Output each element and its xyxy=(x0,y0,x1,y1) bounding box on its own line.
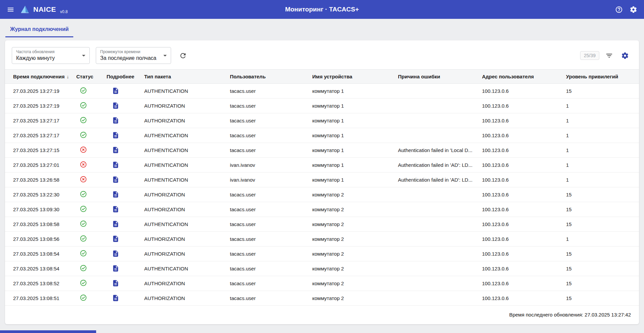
cell-address: 100.123.0.6 xyxy=(478,113,562,128)
cell-details xyxy=(103,143,140,158)
cell-time: 27.03.2025 13:08:56 xyxy=(5,232,72,247)
cell-address: 100.123.0.6 xyxy=(478,143,562,158)
details-button[interactable] xyxy=(111,190,120,199)
cell-packet-type: AUTHENTICATION xyxy=(140,173,226,187)
cell-details xyxy=(103,84,140,99)
document-icon xyxy=(112,161,119,169)
column-header-packet-type[interactable]: Тип пакета xyxy=(140,70,226,84)
success-status-icon xyxy=(80,87,87,94)
app-logo-icon xyxy=(20,4,30,14)
cell-device: коммутатор 2 xyxy=(308,276,394,291)
cell-packet-type: AUTHORIZATION xyxy=(140,232,226,247)
document-icon xyxy=(112,146,119,154)
cell-privilege: 15 xyxy=(562,187,639,202)
last-update-text: Время последнего обновления: 27.03.2025 … xyxy=(5,306,639,324)
help-button[interactable] xyxy=(613,4,625,15)
table-row: 27.03.2025 13:08:54 AUTHENTICATION tacac… xyxy=(5,261,639,276)
cell-status xyxy=(72,143,103,158)
cell-error-reason: Authentication failed in 'AD': LD... xyxy=(394,173,478,187)
settings-button[interactable] xyxy=(628,4,639,15)
table-row: 27.03.2025 13:27:17 AUTHENTICATION tacac… xyxy=(5,128,639,143)
tab-connection-log-label: Журнал подключений xyxy=(10,26,69,32)
cell-address: 100.123.0.6 xyxy=(478,232,562,247)
cell-time: 27.03.2025 13:27:01 xyxy=(5,158,72,173)
cell-privilege: 1 xyxy=(562,232,639,247)
time-range-select[interactable]: Промежуток времени За последние полчаса xyxy=(96,47,171,64)
details-button[interactable] xyxy=(111,234,120,243)
column-header-privilege[interactable]: Уровень привилегий xyxy=(562,70,639,84)
cell-error-reason: Authentication failed in 'AD': LD... xyxy=(394,158,478,173)
column-header-device[interactable]: Имя устройства xyxy=(308,70,394,84)
details-button[interactable] xyxy=(111,160,120,169)
success-status-icon xyxy=(80,116,87,124)
refresh-rate-select[interactable]: Частота обновления Каждую минуту xyxy=(12,47,90,64)
details-button[interactable] xyxy=(111,220,120,228)
cell-address: 100.123.0.6 xyxy=(478,217,562,232)
details-button[interactable] xyxy=(111,264,120,273)
error-status-icon xyxy=(80,146,87,153)
hamburger-menu-icon xyxy=(7,6,14,13)
success-status-icon xyxy=(80,264,87,272)
cell-privilege: 15 xyxy=(562,217,639,232)
column-header-details[interactable]: Подробнее xyxy=(103,70,140,84)
cell-address: 100.123.0.6 xyxy=(478,173,562,187)
cell-device: коммутатор 1 xyxy=(308,113,394,128)
cell-time: 27.03.2025 13:27:17 xyxy=(5,128,72,143)
horizontal-scrollbar-thumb[interactable] xyxy=(0,330,96,333)
column-header-error-reason[interactable]: Причина ошибки xyxy=(394,70,478,84)
cell-packet-type: AUTHENTICATION xyxy=(140,84,226,99)
cell-time: 27.03.2025 13:27:19 xyxy=(5,84,72,99)
tab-connection-log[interactable]: Журнал подключений xyxy=(5,22,73,37)
cell-status xyxy=(72,173,103,187)
cell-packet-type: AUTHORIZATION xyxy=(140,247,226,261)
column-header-time[interactable]: Время подключения↓ xyxy=(5,70,72,84)
column-header-address[interactable]: Адрес пользователя xyxy=(478,70,562,84)
cell-user: tacacs.user xyxy=(226,232,308,247)
cell-details xyxy=(103,128,140,143)
refresh-button[interactable] xyxy=(177,50,189,62)
column-header-status[interactable]: Статус xyxy=(72,70,103,84)
cell-status xyxy=(72,247,103,261)
details-button[interactable] xyxy=(111,101,120,110)
cell-time: 27.03.2025 13:08:58 xyxy=(5,217,72,232)
menu-button[interactable] xyxy=(5,4,16,15)
cell-user: ivan.ivanov xyxy=(226,158,308,173)
table-row: 27.03.2025 13:08:56 AUTHORIZATION tacacs… xyxy=(5,232,639,247)
details-button[interactable] xyxy=(111,86,120,95)
cell-privilege: 15 xyxy=(562,247,639,261)
details-button[interactable] xyxy=(111,131,120,140)
cell-packet-type: AUTHENTICATION xyxy=(140,128,226,143)
cell-status xyxy=(72,291,103,306)
cell-details xyxy=(103,276,140,291)
success-status-icon xyxy=(80,279,87,287)
details-button[interactable] xyxy=(111,116,120,125)
column-header-user[interactable]: Пользователь xyxy=(226,70,308,84)
cell-privilege: 1 xyxy=(562,143,639,158)
app-name: NAICE xyxy=(33,5,56,13)
table-row: 27.03.2025 13:26:58 AUTHENTICATION ivan.… xyxy=(5,173,639,187)
details-button[interactable] xyxy=(111,279,120,288)
cell-status xyxy=(72,84,103,99)
details-button[interactable] xyxy=(111,205,120,214)
details-button[interactable] xyxy=(111,294,120,302)
cell-time: 27.03.2025 13:08:54 xyxy=(5,247,72,261)
details-button[interactable] xyxy=(111,175,120,184)
filter-button[interactable] xyxy=(603,50,615,62)
cell-address: 100.123.0.6 xyxy=(478,202,562,217)
cell-error-reason xyxy=(394,291,478,306)
success-status-icon xyxy=(80,294,87,301)
details-button[interactable] xyxy=(111,146,120,154)
sort-desc-icon[interactable]: ↓ xyxy=(67,74,69,79)
table-header-row: Время подключения↓ Статус Подробнее Тип … xyxy=(5,70,639,84)
cell-packet-type: AUTHORIZATION xyxy=(140,113,226,128)
table-settings-button[interactable] xyxy=(619,50,631,62)
cell-user: tacacs.user xyxy=(226,99,308,113)
toolbar: Частота обновления Каждую минуту Промежу… xyxy=(5,40,639,69)
details-button[interactable] xyxy=(111,249,120,258)
cell-error-reason: Authentication failed in 'Local D... xyxy=(394,143,478,158)
cell-device: коммутатор 2 xyxy=(308,247,394,261)
table-row: 27.03.2025 13:27:19 AUTHENTICATION tacac… xyxy=(5,84,639,99)
table-row: 27.03.2025 13:27:15 AUTHENTICATION tacac… xyxy=(5,143,639,158)
toolbar-right: 25/39 xyxy=(580,50,631,62)
cell-device: коммутатор 2 xyxy=(308,187,394,202)
